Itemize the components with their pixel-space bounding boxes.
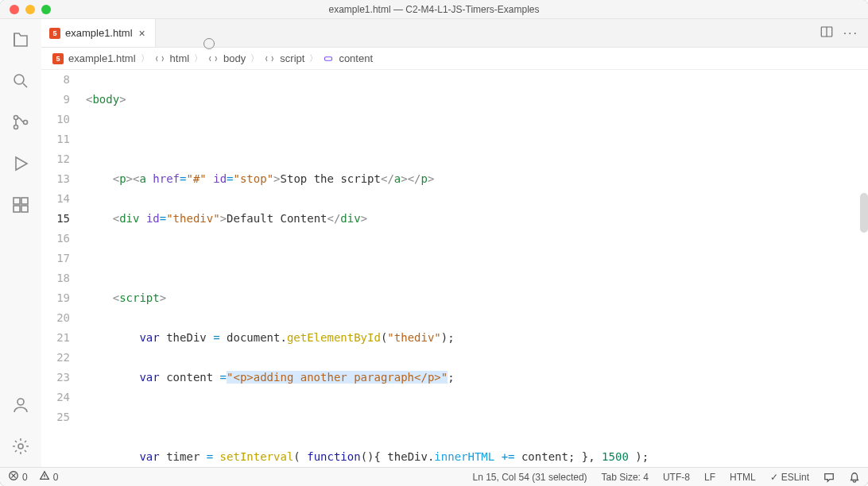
line-number: 21 [41,328,70,348]
extensions-icon[interactable] [10,194,32,216]
svg-rect-6 [14,206,20,212]
eol[interactable]: LF [704,472,715,483]
punct: > [273,172,280,185]
line-number: 13 [41,169,70,189]
settings-gear-icon[interactable] [10,435,32,457]
selection: "<p>adding another paragraph</p>" [227,371,448,384]
svg-point-9 [18,444,23,449]
eslint-label: ESLint [781,472,809,483]
punct: ); [441,331,455,344]
punct: </ [327,212,341,225]
line-number: 14 [41,189,70,209]
punct: < [113,212,119,225]
line-number: 16 [41,229,70,249]
eslint-status[interactable]: ✓ ESLint [770,472,809,483]
tab-size[interactable]: Tab Size: 4 [602,472,649,483]
kw: var [139,450,159,463]
punct: ( [293,450,307,463]
cursor-position[interactable]: Ln 15, Col 54 (31 selected) [472,472,587,483]
source-control-icon[interactable] [10,111,32,133]
breadcrumbs[interactable]: 5 example1.html 〉 html 〉 body 〉 script 〉… [41,48,868,70]
svg-point-0 [14,75,24,84]
text: Default Content [227,212,327,225]
bell-icon[interactable] [849,472,860,483]
warnings-item[interactable]: 0 [39,470,59,484]
bc-file[interactable]: example1.html [68,52,136,64]
account-icon[interactable] [10,394,32,416]
chevron-right-icon: 〉 [141,52,149,64]
tag: script [119,291,160,304]
code-area[interactable]: <body> <p><a href="#" id="stop">Stop the… [86,70,868,467]
chevron-right-icon: 〉 [194,52,203,64]
punct: < [113,291,119,304]
titlebar: example1.html — C2-M4-L1-JS-Timers-Examp… [0,0,868,19]
loading-cursor-icon [203,38,215,49]
punct: > [361,212,367,225]
line-number: 8 [41,70,70,90]
attr: href [153,172,180,185]
eq: = [213,331,219,344]
tag: a [139,172,145,185]
id: document. [220,331,287,344]
run-debug-icon[interactable] [10,152,32,175]
svg-point-3 [24,121,28,125]
language-mode[interactable]: HTML [730,472,756,483]
svg-rect-7 [21,206,28,212]
explorer-icon[interactable] [10,29,32,51]
line-number: 18 [41,268,70,288]
id: content; }, [521,450,602,463]
svg-rect-11 [325,56,332,60]
eq: = [220,371,227,384]
line-number: 11 [41,129,70,149]
id: content [160,371,220,384]
bc-body[interactable]: body [223,52,246,64]
tab-example1[interactable]: 5 example1.html × [41,19,156,47]
line-number: 22 [41,348,70,368]
bc-html-icon [154,53,165,64]
line-number: 24 [41,388,70,407]
bc-body-icon [207,53,219,64]
punct: < [113,172,119,185]
str: "stop" [234,172,274,185]
feedback-icon[interactable] [823,472,835,483]
error-icon [8,470,19,484]
line-number: 20 [41,308,70,328]
tab-bar: 5 example1.html × ··· [41,19,868,48]
line-number: 23 [41,368,70,388]
errors-count: 0 [22,472,28,483]
scrollbar-thumb[interactable] [860,193,868,233]
punct: > [160,291,166,304]
bc-html[interactable]: html [170,52,190,64]
line-number: 10 [41,110,70,129]
punct: > [220,212,227,225]
more-actions-icon[interactable]: ··· [843,26,858,40]
kw: var [139,331,159,344]
bc-script[interactable]: script [280,52,304,64]
str: "thediv" [166,212,219,225]
search-icon[interactable] [10,70,32,92]
id: theDiv [160,331,213,344]
kw: var [139,371,159,384]
svg-point-2 [14,125,18,129]
zoom-window-button[interactable] [41,5,51,14]
app-body: 5 example1.html × ··· 5 example1.html 〉 … [0,19,868,467]
errors-item[interactable]: 0 [8,470,28,484]
code-editor[interactable]: 8910111213141516171819202122232425 <body… [41,70,868,467]
eq: = [207,450,213,463]
id: (){ theDiv. [361,450,435,463]
chevron-right-icon: 〉 [250,52,259,64]
minimize-window-button[interactable] [25,5,35,14]
chevron-right-icon: 〉 [309,52,318,64]
encoding[interactable]: UTF-8 [663,472,690,483]
line-number: 9 [41,90,70,110]
tag: p [119,172,126,185]
line-number: 19 [41,288,70,308]
svg-rect-4 [14,198,20,204]
tag: div [119,212,139,225]
close-window-button[interactable] [10,5,19,14]
tab-close-icon[interactable]: × [138,27,147,40]
bc-content[interactable]: content [339,52,373,64]
line-number: 12 [41,149,70,169]
attr: id [146,212,160,225]
split-editor-icon[interactable] [820,25,834,42]
